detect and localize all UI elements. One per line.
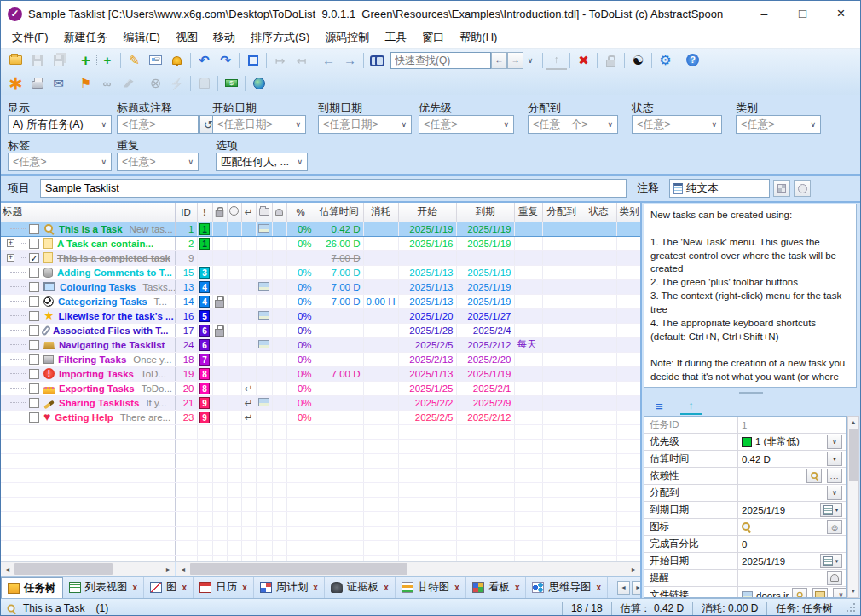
menu-view[interactable]: 视图 <box>168 26 205 48</box>
header-time-icon[interactable] <box>227 203 241 222</box>
menu-file[interactable]: 文件(F) <box>4 26 56 48</box>
task-checkbox[interactable] <box>29 296 39 307</box>
menu-edit[interactable]: 编辑(E) <box>116 26 168 48</box>
maximize-button[interactable] <box>783 1 822 26</box>
attributes-scrollbar[interactable] <box>847 416 859 598</box>
close-tab-icon[interactable] <box>242 583 247 592</box>
save-tasklist-button[interactable] <box>26 51 48 70</box>
task-row[interactable]: Likewise for the task's ... 16 5 0% 2025… <box>1 308 640 323</box>
file-link-view-button[interactable] <box>792 588 807 598</box>
flag-task-button[interactable] <box>75 74 96 93</box>
tabs-scroll-right-button[interactable] <box>632 581 640 595</box>
new-subtask-button[interactable] <box>96 55 118 66</box>
header-start[interactable]: 开始 <box>398 203 456 222</box>
filter-options-combo[interactable]: 匹配任何人, ... <box>216 153 308 171</box>
header-priority-icon[interactable] <box>197 203 212 222</box>
header-assignee[interactable]: 分配到 <box>542 203 581 222</box>
tab-calendar[interactable]: 日历 <box>194 577 254 598</box>
scroll-up-button[interactable] <box>848 417 858 429</box>
header-filelink-icon[interactable] <box>256 203 272 222</box>
help-button[interactable] <box>682 51 703 70</box>
toggle-style-button[interactable] <box>627 51 649 70</box>
priority-value[interactable]: 1 (非常低) <box>738 434 846 450</box>
minimize-button[interactable] <box>745 1 783 26</box>
header-estimate[interactable]: 估算时间 <box>315 203 363 222</box>
dependency-browse-button[interactable] <box>827 469 842 483</box>
redo-button[interactable] <box>215 51 236 70</box>
resize-grip[interactable] <box>845 603 855 613</box>
tab-task-tree[interactable]: 任务树 <box>1 577 63 598</box>
open-tasklist-button[interactable] <box>5 51 26 70</box>
cancel-button[interactable] <box>145 74 166 93</box>
task-row[interactable]: Importing TasksToD... 19 8 0% 7.00 D 202… <box>1 366 640 381</box>
filter-category-combo[interactable]: <任意> <box>736 115 821 134</box>
tab-mind-map[interactable]: 思维导图 <box>526 577 608 598</box>
menu-help[interactable]: 帮助(H) <box>452 26 505 48</box>
header-reminder-icon[interactable] <box>272 203 286 222</box>
move-task-left-button[interactable] <box>291 51 312 70</box>
task-row[interactable]: This is a TaskNew tas... 1 1 0% 0.42 D 2… <box>1 222 640 236</box>
new-task-button[interactable] <box>75 51 96 70</box>
send-email-button[interactable] <box>48 74 69 93</box>
task-row[interactable]: This is a completed task 9 7.00 D <box>1 250 640 265</box>
undo-button[interactable] <box>194 51 215 70</box>
project-name-input[interactable] <box>40 179 627 198</box>
task-checkbox[interactable] <box>29 224 39 234</box>
preferences-button[interactable] <box>655 51 676 70</box>
weblink-button[interactable] <box>248 74 269 93</box>
close-tab-icon[interactable] <box>384 583 389 592</box>
lock-button[interactable] <box>600 51 621 70</box>
header-recurrence-icon[interactable] <box>241 203 256 222</box>
header-due[interactable]: 到期 <box>456 203 514 222</box>
task-attributes-button[interactable] <box>145 51 166 70</box>
task-row[interactable]: Adding Comments to T... 15 3 0% 7.00 D 2… <box>1 265 640 279</box>
paste-link-button[interactable] <box>96 74 118 93</box>
header-category[interactable]: 类别 <box>616 203 640 222</box>
close-tab-icon[interactable] <box>182 583 188 592</box>
task-checkbox[interactable] <box>29 383 39 394</box>
menu-move[interactable]: 移动 <box>205 26 243 48</box>
quick-find-input[interactable] <box>390 52 491 69</box>
save-all-button[interactable] <box>48 51 69 70</box>
task-checkbox[interactable] <box>29 325 39 336</box>
reminder-value[interactable] <box>738 570 846 586</box>
start-date-value[interactable]: 2025/1/19 <box>738 553 846 569</box>
task-row[interactable]: Categorizing TasksT... 14 4 0% 7.00 D 0.… <box>1 294 640 308</box>
scrollbar-thumb[interactable] <box>849 429 858 481</box>
task-checkbox-checked[interactable] <box>29 253 39 263</box>
menu-sort[interactable]: 排序方式(S) <box>243 26 317 48</box>
sort-button[interactable] <box>546 51 567 70</box>
group-attributes-button[interactable] <box>649 396 670 415</box>
tab-evidence-board[interactable]: 证据板 <box>325 577 396 598</box>
tab-kanban[interactable]: 看板 <box>466 577 527 598</box>
header-recurrence[interactable]: 重复 <box>514 203 542 222</box>
task-checkbox[interactable] <box>29 239 39 249</box>
task-checkbox[interactable] <box>29 412 39 423</box>
toggle-tracking-button[interactable] <box>166 74 188 93</box>
tab-week-planner[interactable]: 周计划 <box>254 577 325 598</box>
task-checkbox[interactable] <box>29 354 39 365</box>
scroll-left-button[interactable] <box>176 562 190 576</box>
header-percent[interactable]: % <box>286 203 315 222</box>
set-reminder-button[interactable] <box>166 51 188 70</box>
assignee-value[interactable] <box>738 485 846 501</box>
quick-find-previous-button[interactable] <box>491 52 507 69</box>
tab-list-view[interactable]: 列表视图 <box>63 577 145 598</box>
move-task-right-button[interactable] <box>269 51 291 70</box>
task-checkbox[interactable] <box>29 282 39 292</box>
file-link-browse-button[interactable] <box>812 588 828 598</box>
task-row[interactable]: Colouring TasksTasks... 13 4 0% 7.00 D 2… <box>1 279 640 294</box>
expand-icon[interactable] <box>7 239 14 247</box>
icon-value[interactable] <box>738 519 846 535</box>
comments-tool-button[interactable] <box>773 180 790 197</box>
columns-scrollbar[interactable] <box>176 562 640 576</box>
due-date-calendar-button[interactable] <box>820 503 842 517</box>
previous-task-button[interactable] <box>318 51 339 70</box>
tab-gantt[interactable]: 甘特图 <box>396 577 466 598</box>
close-tab-icon[interactable] <box>313 583 318 592</box>
close-tab-icon[interactable] <box>454 583 459 592</box>
task-checkbox[interactable] <box>29 268 39 278</box>
close-tab-icon[interactable] <box>515 583 520 592</box>
dependency-find-button[interactable] <box>806 469 822 483</box>
header-title[interactable]: 标题 <box>1 203 175 222</box>
